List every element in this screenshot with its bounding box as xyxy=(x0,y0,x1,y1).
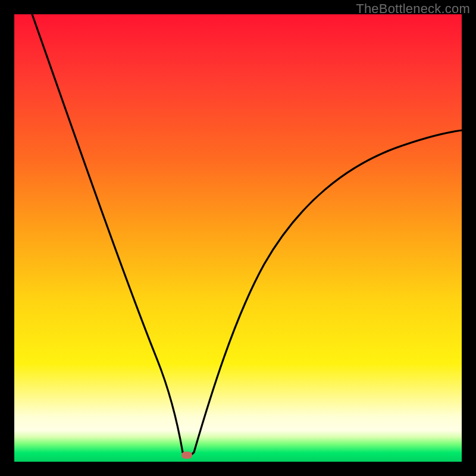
watermark-text: TheBottleneck.com xyxy=(356,1,470,17)
minimum-marker xyxy=(181,452,192,459)
chart-frame: TheBottleneck.com xyxy=(0,0,476,476)
bottleneck-curve xyxy=(14,14,462,462)
curve-right-branch xyxy=(194,130,462,452)
curve-left-branch xyxy=(32,14,183,452)
plot-area xyxy=(14,14,462,462)
